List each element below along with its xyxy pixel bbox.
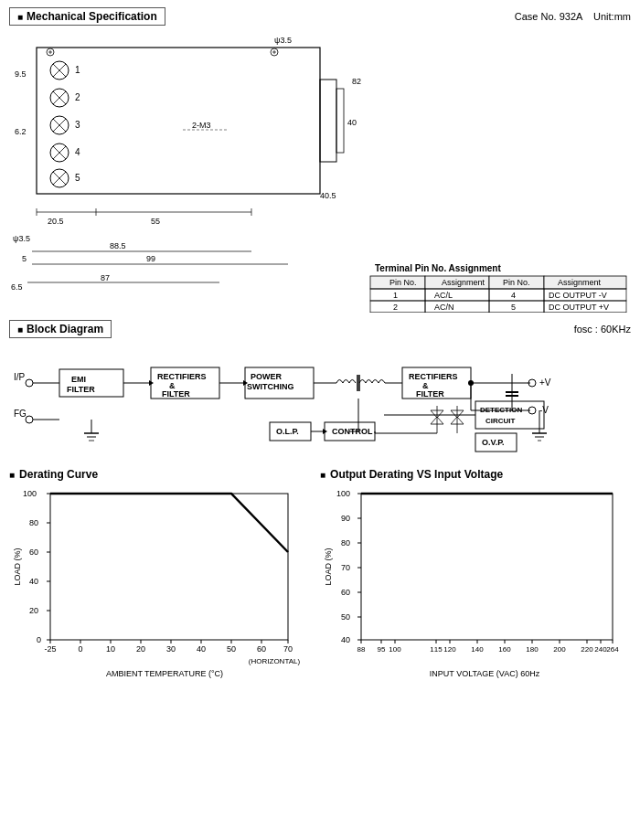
ovp-label: O.V.P. <box>482 438 505 447</box>
y-40: 40 <box>29 577 38 586</box>
ps-label1: POWER <box>251 372 283 381</box>
dim-95: 9.5 <box>15 69 27 79</box>
td-2: 2 <box>393 303 398 312</box>
dim-99: 99 <box>146 254 155 263</box>
ox-115: 115 <box>430 645 443 654</box>
x-30: 30 <box>166 644 176 654</box>
oy-80: 80 <box>341 538 350 548</box>
ox-240: 240 <box>594 645 607 654</box>
rect2-label1: RECTIFIERS <box>409 372 458 381</box>
x-axis-label-output: INPUT VOLTAGE (VAC) 60Hz <box>430 669 540 678</box>
oy-90: 90 <box>341 514 350 523</box>
detect-label2: CIRCUIT <box>485 417 516 425</box>
derating-section-label: Derating Curve <box>19 468 98 481</box>
ox-180: 180 <box>526 645 539 654</box>
ox-264: 264 <box>606 645 619 654</box>
oy-70: 70 <box>341 563 350 572</box>
x-20: 20 <box>136 644 145 654</box>
unit-info: Unit:mm <box>593 11 631 22</box>
ox-220: 220 <box>581 645 593 654</box>
th-pin1: Pin No. <box>389 278 417 287</box>
y-80: 80 <box>29 518 38 527</box>
charts-row: ■ Derating Curve 100 80 60 40 20 0 <box>9 468 631 687</box>
dim-62: 6.2 <box>15 127 27 136</box>
terminal-title: Terminal Pin No. Assignment <box>375 263 501 273</box>
output-section-label: Output Derating VS Input Voltage <box>330 468 503 481</box>
mech-section-label: Mechanical Specification <box>27 10 157 23</box>
mechanical-drawing: 1 2 3 4 5 ψ3.5 82 <box>9 29 631 314</box>
emi-label2: FILTER <box>67 385 95 394</box>
olp-label: O.L.P. <box>276 427 299 436</box>
x-60: 60 <box>257 644 266 654</box>
ox-200: 200 <box>553 645 566 654</box>
mech-svg: 1 2 3 4 5 ψ3.5 82 <box>9 29 640 313</box>
horizontal-label: (HORIZONTAL) <box>249 657 301 665</box>
y-0: 0 <box>37 635 41 644</box>
vplus-label: +V <box>539 377 551 388</box>
derating-chart: ■ Derating Curve 100 80 60 40 20 0 <box>9 468 311 687</box>
dim-65: 6.5 <box>11 282 23 292</box>
x-axis-label-derating: AMBIENT TEMPERATURE (°C) <box>106 669 223 678</box>
td-1: 1 <box>393 291 398 300</box>
case-info: Case No. 932A <box>515 11 582 22</box>
emi-label1: EMI <box>71 375 86 384</box>
td-dcout+: DC OUTPUT +V <box>549 303 609 312</box>
ox-95: 95 <box>378 645 386 654</box>
th-assign1: Assignment <box>442 278 485 287</box>
ps-label2: SWITCHING <box>247 382 294 391</box>
svg-rect-23 <box>336 89 344 153</box>
svg-rect-39 <box>489 289 544 301</box>
svg-rect-22 <box>320 80 336 162</box>
fg-label: FG <box>14 409 27 419</box>
block-section-label: Block Diagram <box>27 323 103 335</box>
dim-885: 88.5 <box>110 241 126 250</box>
td-acn: AC/N <box>434 303 454 312</box>
dim-205: 20.5 <box>48 217 64 226</box>
rect1-label3: FILTER <box>162 389 190 399</box>
td-dcout-: DC OUTPUT -V <box>549 291 607 300</box>
oy-60: 60 <box>341 588 350 597</box>
oy-50: 50 <box>341 612 350 622</box>
y-60: 60 <box>29 548 38 557</box>
pin4-label: 4 <box>75 147 80 157</box>
page: ■ Mechanical Specification Case No. 932A… <box>0 0 640 695</box>
dim-87: 87 <box>101 273 110 282</box>
th-assign2: Assignment <box>558 278 602 287</box>
dim-psi35-bl: ψ3.5 <box>13 234 30 243</box>
ox-120: 120 <box>443 645 456 654</box>
dim-psi35-top: ψ3.5 <box>274 36 292 45</box>
rect1-label1: RECTIFIERS <box>157 372 207 381</box>
mech-section-icon: ■ <box>17 12 23 22</box>
y-100: 100 <box>23 489 37 498</box>
x-70: 70 <box>283 644 293 654</box>
y-axis-label-output: LOAD (%) <box>324 548 333 585</box>
oy-40: 40 <box>341 635 350 644</box>
x-50: 50 <box>227 644 236 654</box>
th-pin2: Pin No. <box>503 278 530 287</box>
x-0: 0 <box>78 644 82 654</box>
output-derating-chart: ■ Output Derating VS Input Voltage 100 9… <box>320 468 631 687</box>
pin1-label: 1 <box>75 65 80 75</box>
block-diagram-svg: I/P FG EMI FILTER RECTIFIERS <box>9 342 640 461</box>
td-5: 5 <box>511 303 516 312</box>
output-derating-svg: 100 90 80 70 60 50 40 88 95 <box>320 484 631 686</box>
y-20: 20 <box>29 606 38 615</box>
ip-label: I/P <box>14 372 26 382</box>
x--25: -25 <box>44 644 56 654</box>
dim-5-left: 5 <box>22 254 27 263</box>
block-section-icon: ■ <box>17 324 23 335</box>
derating-section-icon: ■ <box>9 470 15 480</box>
derating-svg: 100 80 60 40 20 0 -25 0 <box>9 484 311 686</box>
pin3-label: 3 <box>75 120 80 130</box>
ox-100: 100 <box>389 645 401 654</box>
y-axis-label-derating: LOAD (%) <box>13 548 22 585</box>
ox-88: 88 <box>357 645 366 654</box>
dim-40: 40 <box>347 118 357 127</box>
dim-55: 55 <box>151 217 160 226</box>
fosc-label: fosc : 60KHz <box>574 324 631 335</box>
pin5-label: 5 <box>75 173 80 183</box>
detect-label1: DETECTION <box>480 406 522 414</box>
oy-100: 100 <box>336 489 350 498</box>
x-10: 10 <box>106 644 115 654</box>
ox-140: 140 <box>471 645 484 654</box>
